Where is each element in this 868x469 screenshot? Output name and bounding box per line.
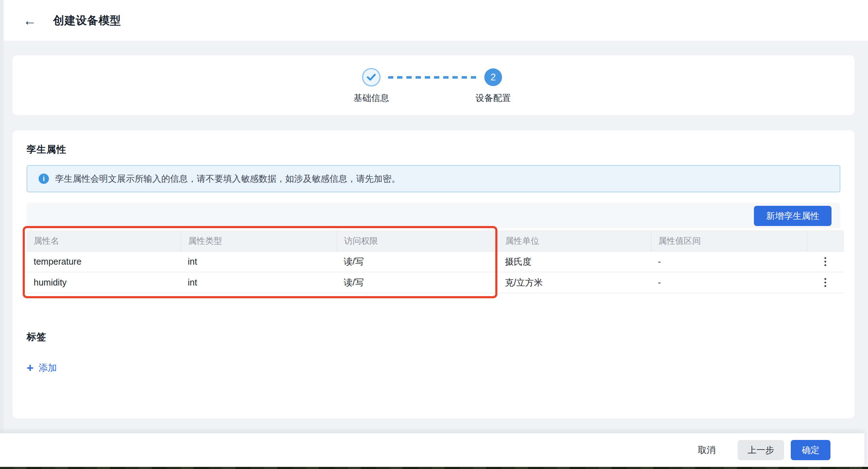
- add-tag-label: 添加: [39, 362, 57, 374]
- cell-actions: [807, 252, 844, 272]
- cell-access: 读/写: [337, 252, 498, 272]
- twin-attributes-title: 孪生属性: [27, 143, 66, 156]
- col-header-name: 属性名: [27, 230, 181, 251]
- twin-attributes-notice: i 孪生属性会明文展示所输入的信息，请不要填入敏感数据，如涉及敏感信息，请先加密…: [27, 165, 840, 192]
- check-icon: [367, 73, 376, 81]
- cell-range: -: [651, 272, 807, 293]
- step2-number: 2: [490, 72, 496, 83]
- stepper-card: 2 基础信息 设备配置: [12, 55, 855, 115]
- col-header-access: 访问权限: [337, 230, 498, 251]
- cell-unit: 摄氏度: [498, 252, 651, 272]
- col-header-actions: [807, 230, 844, 251]
- cell-type: int: [181, 272, 337, 293]
- page-title: 创建设备模型: [53, 13, 121, 28]
- step1-completed-icon: [362, 68, 381, 86]
- row-actions-menu-icon[interactable]: [818, 254, 833, 270]
- cell-name: humidity: [27, 272, 181, 293]
- device-config-card: 孪生属性 i 孪生属性会明文展示所输入的信息，请不要填入敏感数据，如涉及敏感信息…: [12, 130, 855, 418]
- table-header-row: 属性名 属性类型 访问权限 属性单位 属性值区间: [27, 230, 844, 252]
- confirm-button[interactable]: 确定: [791, 440, 830, 460]
- col-header-type: 属性类型: [181, 230, 337, 251]
- row-actions-menu-icon[interactable]: [818, 275, 833, 290]
- back-button[interactable]: ←: [22, 13, 38, 28]
- app-header: ← 创建设备模型: [4, 0, 868, 41]
- step1-label: 基础信息: [343, 92, 400, 104]
- cell-range: -: [651, 252, 807, 272]
- step2-active-icon: 2: [484, 68, 502, 86]
- plus-icon: +: [27, 362, 34, 374]
- stepper-connector: [388, 76, 480, 79]
- col-header-unit: 属性单位: [498, 230, 651, 251]
- twin-attributes-table: 属性名 属性类型 访问权限 属性单位 属性值区间 temperature int…: [27, 230, 844, 293]
- step2-label: 设备配置: [465, 92, 522, 104]
- cell-type: int: [181, 252, 337, 272]
- notice-text: 孪生属性会明文展示所输入的信息，请不要填入敏感数据，如涉及敏感信息，请先加密。: [55, 173, 400, 185]
- info-icon: i: [39, 174, 49, 184]
- previous-step-button[interactable]: 上一步: [738, 440, 784, 460]
- desktop-wallpaper-edge: [0, 467, 868, 469]
- cell-unit: 克/立方米: [498, 272, 651, 293]
- cell-actions: [807, 272, 844, 293]
- add-twin-attribute-button[interactable]: 新增孪生属性: [754, 206, 832, 226]
- cell-access: 读/写: [337, 272, 498, 293]
- cancel-button[interactable]: 取消: [698, 444, 716, 456]
- cell-name: temperature: [27, 252, 181, 272]
- footer-action-bar: 取消 上一步 确定: [0, 433, 864, 467]
- tags-title: 标签: [27, 330, 46, 343]
- add-tag-button[interactable]: + 添加: [27, 360, 57, 375]
- table-row: temperature int 读/写 摄氏度 -: [27, 252, 844, 272]
- window-edge: [0, 0, 4, 433]
- table-row: humidity int 读/写 克/立方米 -: [27, 272, 844, 293]
- table-toolbar: 新增孪生属性: [27, 203, 840, 228]
- col-header-range: 属性值区间: [651, 230, 807, 251]
